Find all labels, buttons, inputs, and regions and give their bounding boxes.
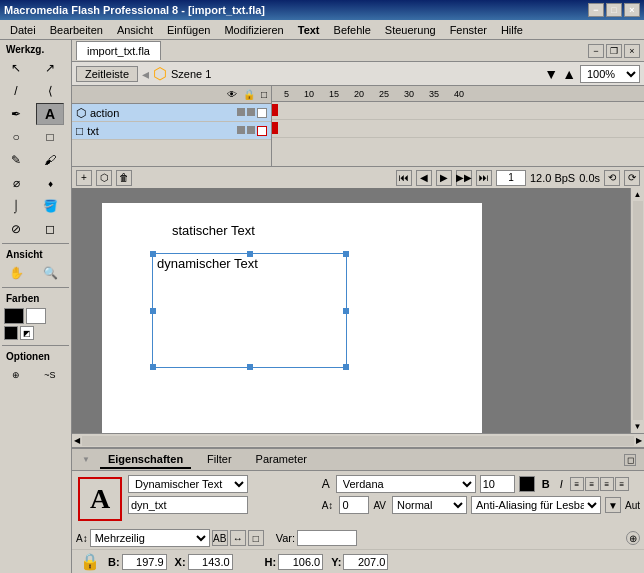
scroll-right[interactable]: ▶ bbox=[636, 436, 642, 445]
lock-header-icon[interactable]: 🔒 bbox=[243, 89, 255, 100]
layer-action-vis[interactable] bbox=[237, 108, 245, 116]
tool-pencil[interactable]: ✎ bbox=[2, 149, 30, 171]
embed-btn[interactable]: ↔ bbox=[230, 530, 246, 546]
action-frames[interactable] bbox=[272, 102, 644, 120]
tool-arrow[interactable]: ↖ bbox=[2, 57, 30, 79]
menu-ansicht[interactable]: Ansicht bbox=[111, 22, 159, 38]
dynamic-text-box[interactable]: dynamischer Text bbox=[152, 253, 347, 368]
scroll-thumb-h[interactable] bbox=[82, 436, 634, 446]
font-size-input[interactable]: 10 bbox=[480, 475, 515, 493]
inner-min-button[interactable]: − bbox=[588, 44, 604, 58]
next-frame-btn[interactable]: ▶▶ bbox=[456, 170, 472, 186]
prev-frame-btn[interactable]: ◀ bbox=[416, 170, 432, 186]
tool-paint-bucket[interactable]: 🪣 bbox=[36, 195, 64, 217]
zoom-select[interactable]: 100% 50% 200% bbox=[580, 65, 640, 83]
props-tab-eigenschaften[interactable]: Eigenschaften bbox=[100, 451, 191, 469]
tool-smooth[interactable]: ~S bbox=[36, 364, 64, 386]
layer-action[interactable]: ⬡ action bbox=[72, 104, 271, 122]
layer-txt-outline[interactable] bbox=[257, 126, 267, 136]
tool-eraser[interactable]: ◻ bbox=[36, 218, 64, 240]
y-input[interactable]: 207.0 bbox=[343, 554, 388, 570]
bold-button[interactable]: B bbox=[539, 477, 553, 491]
stage-inner[interactable]: statischer Text dynamischer Text bbox=[72, 188, 630, 433]
tool-line[interactable]: / bbox=[2, 80, 30, 102]
add-layer-btn[interactable]: + bbox=[76, 170, 92, 186]
tool-zoom[interactable]: 🔍 bbox=[36, 262, 64, 284]
menu-hilfe[interactable]: Hilfe bbox=[495, 22, 529, 38]
play-btn[interactable]: ▶ bbox=[436, 170, 452, 186]
fill-color[interactable] bbox=[26, 308, 46, 324]
tool-eyedropper[interactable]: ⊘ bbox=[2, 218, 30, 240]
layer-action-lock[interactable] bbox=[247, 108, 255, 116]
tool-subselect[interactable]: ↗ bbox=[36, 57, 64, 79]
scroll-up[interactable]: ▲ bbox=[634, 190, 642, 199]
timeline-collapse-icon[interactable]: ◂ bbox=[142, 66, 149, 82]
settings-circle-icon[interactable]: ⊕ bbox=[626, 531, 640, 545]
loop-btn[interactable]: ⟲ bbox=[604, 170, 620, 186]
tool-ink[interactable]: ⌡ bbox=[2, 195, 30, 217]
minimize-button[interactable]: − bbox=[588, 3, 604, 17]
tool-text[interactable]: A bbox=[36, 103, 64, 125]
handle-ml[interactable] bbox=[150, 308, 156, 314]
align-center-btn[interactable]: ≡ bbox=[585, 477, 599, 491]
tool-rect[interactable]: □ bbox=[36, 126, 64, 148]
align-left-btn[interactable]: ≡ bbox=[570, 477, 584, 491]
italic-button[interactable]: I bbox=[557, 477, 566, 491]
frame-icon[interactable]: □ bbox=[261, 89, 267, 100]
handle-tr[interactable] bbox=[343, 251, 349, 257]
tool-freefrom[interactable]: ⌀ bbox=[2, 172, 30, 194]
normal-select[interactable]: Normal bbox=[392, 496, 467, 514]
multiline-select[interactable]: Mehrzeilig Einzeilig bbox=[90, 529, 210, 547]
tool-lasso[interactable]: ⟨ bbox=[36, 80, 64, 102]
tracking-input[interactable] bbox=[339, 496, 369, 514]
inner-close-button[interactable]: × bbox=[624, 44, 640, 58]
font-select[interactable]: Verdana bbox=[336, 475, 476, 493]
stroke-color[interactable] bbox=[4, 308, 24, 324]
handle-mr[interactable] bbox=[343, 308, 349, 314]
menu-bearbeiten[interactable]: Bearbeiten bbox=[44, 22, 109, 38]
layer-action-outline[interactable] bbox=[257, 108, 267, 118]
handle-bl[interactable] bbox=[150, 364, 156, 370]
props-tab-filter[interactable]: Filter bbox=[199, 451, 239, 469]
stage-canvas[interactable]: statischer Text dynamischer Text bbox=[102, 203, 482, 433]
menu-befehle[interactable]: Befehle bbox=[328, 22, 377, 38]
last-frame-btn[interactable]: ⏭ bbox=[476, 170, 492, 186]
handle-bm[interactable] bbox=[247, 364, 253, 370]
x-input[interactable]: 143.0 bbox=[188, 554, 233, 570]
aa-select[interactable]: Anti-Aliasing für Lesbarkeit bbox=[471, 496, 601, 514]
handle-tl[interactable] bbox=[150, 251, 156, 257]
handle-br[interactable] bbox=[343, 364, 349, 370]
nav-icon-1[interactable]: ▼ bbox=[544, 66, 558, 82]
instance-name-input[interactable]: dyn_txt bbox=[128, 496, 248, 514]
tool-hand[interactable]: ✋ bbox=[2, 262, 30, 284]
maximize-button[interactable]: □ bbox=[606, 3, 622, 17]
menu-datei[interactable]: Datei bbox=[4, 22, 42, 38]
var-input[interactable] bbox=[297, 530, 357, 546]
align-right-btn[interactable]: ≡ bbox=[600, 477, 614, 491]
layer-txt-vis[interactable] bbox=[237, 126, 245, 134]
eye-icon[interactable]: 👁 bbox=[227, 89, 237, 100]
text-type-select[interactable]: Dynamischer Text Statischer Text Eingabe… bbox=[128, 475, 248, 493]
tool-oval[interactable]: ○ bbox=[2, 126, 30, 148]
lock-icon[interactable]: 🔒 bbox=[80, 552, 100, 571]
doc-tab[interactable]: import_txt.fla bbox=[76, 41, 161, 60]
align-justify-btn[interactable]: ≡ bbox=[615, 477, 629, 491]
nav-icon-2[interactable]: ▲ bbox=[562, 66, 576, 82]
menu-steuerung[interactable]: Steuerung bbox=[379, 22, 442, 38]
default-colors-icon[interactable]: ◩ bbox=[20, 326, 34, 340]
menu-fenster[interactable]: Fenster bbox=[444, 22, 493, 38]
inner-restore-button[interactable]: ❐ bbox=[606, 44, 622, 58]
add-motion-btn[interactable]: ⬡ bbox=[96, 170, 112, 186]
zeitleiste-button[interactable]: Zeitleiste bbox=[76, 66, 138, 82]
close-button[interactable]: × bbox=[624, 3, 640, 17]
scroll-left[interactable]: ◀ bbox=[74, 436, 80, 445]
text-color-swatch[interactable] bbox=[519, 476, 535, 492]
layer-txt-lock[interactable] bbox=[247, 126, 255, 134]
props-collapse-btn[interactable]: ◻ bbox=[624, 454, 636, 466]
layer-txt[interactable]: □ txt bbox=[72, 122, 271, 140]
aa-options-btn[interactable]: ▼ bbox=[605, 497, 621, 513]
tool-fill[interactable]: ⬧ bbox=[36, 172, 64, 194]
v-scrollbar[interactable]: ▲ ▼ bbox=[630, 188, 644, 433]
menu-text[interactable]: Text bbox=[292, 22, 326, 38]
tool-pen[interactable]: ✒ bbox=[2, 103, 30, 125]
